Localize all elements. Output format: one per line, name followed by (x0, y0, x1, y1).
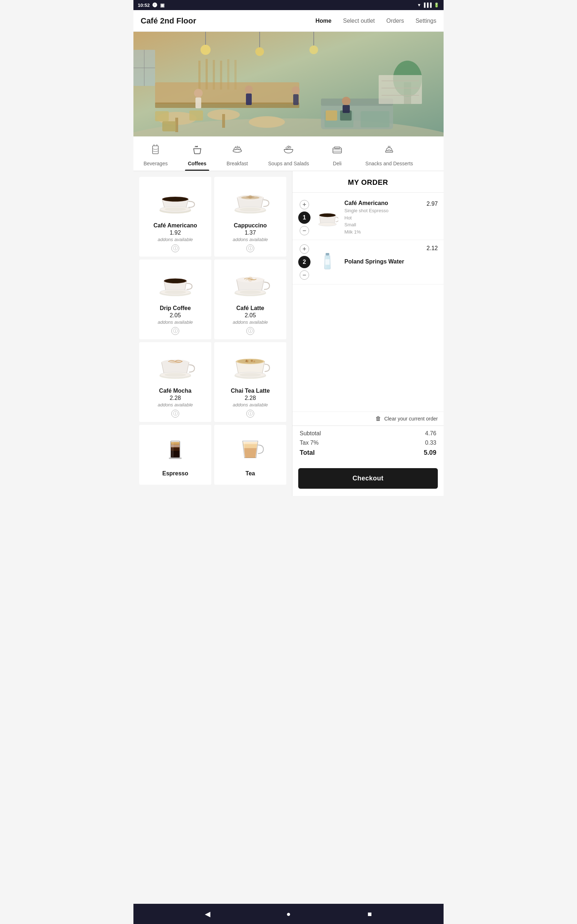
coffees-icon (191, 143, 204, 158)
americano-order-price: 2.97 (427, 201, 438, 207)
product-cappuccino[interactable]: Cappuccino 1.37 addons available ⓘ (214, 177, 286, 257)
svg-rect-17 (162, 121, 176, 131)
cappuccino-addons: addons available (233, 237, 268, 242)
tab-beverages-label: Beverages (143, 161, 168, 166)
svg-rect-5 (206, 59, 208, 89)
svg-rect-15 (155, 111, 169, 121)
svg-point-34 (200, 45, 211, 55)
order-item-americano: + 1 − Café Americano Single shot Espress… (292, 195, 443, 240)
svg-rect-7 (220, 61, 222, 89)
clear-order-btn[interactable]: 🗑 Clear your current order (292, 412, 443, 426)
chai-tea-latte-addons: addons available (233, 402, 268, 407)
tab-beverages[interactable]: Beverages (134, 140, 178, 171)
cafe-latte-price: 2.05 (245, 312, 256, 319)
order-title: MY ORDER (292, 171, 443, 193)
svg-rect-61 (334, 147, 340, 149)
tab-snacks-label: Snacks and Desserts (365, 161, 413, 166)
svg-point-109 (319, 213, 336, 217)
nav-home[interactable]: Home (316, 16, 331, 26)
drip-coffee-addons: addons available (158, 320, 193, 325)
svg-rect-45 (382, 88, 419, 89)
wifi-icon: ▾ (418, 3, 420, 8)
tab-breakfast-label: Breakfast (226, 161, 248, 166)
svg-point-57 (288, 146, 289, 147)
svg-rect-3 (155, 102, 299, 108)
category-tabs: Beverages Coffees Breakfast (134, 136, 443, 171)
water-order-name: Poland Springs Water (344, 258, 422, 265)
cappuccino-info[interactable]: ⓘ (246, 244, 254, 252)
tax-row: Tax 7% 0.33 (300, 439, 436, 446)
svg-rect-8 (227, 59, 229, 89)
product-drip-coffee[interactable]: Drip Coffee 2.05 addons available ⓘ (139, 260, 211, 339)
svg-rect-108 (169, 458, 182, 459)
water-remove-btn[interactable]: − (300, 270, 309, 280)
svg-rect-22 (326, 110, 337, 121)
americano-controls: + 1 − (298, 200, 311, 235)
tab-snacks-desserts[interactable]: Snacks and Desserts (355, 140, 423, 171)
cappuccino-name: Cappuccino (234, 222, 267, 229)
water-add-btn[interactable]: + (300, 244, 309, 254)
svg-point-28 (292, 86, 300, 94)
tea-image (227, 431, 274, 467)
products-grid: Café Americano 1.92 addons available ⓘ (134, 171, 292, 496)
svg-point-69 (164, 197, 187, 201)
americano-add-btn[interactable]: + (300, 200, 309, 209)
chai-tea-latte-info[interactable]: ⓘ (246, 410, 254, 418)
nav-links: Home Select outlet Orders Settings (316, 16, 436, 26)
svg-point-98 (251, 360, 253, 362)
sim-icon: ▣ (160, 3, 164, 8)
tab-breakfast[interactable]: Breakfast (216, 140, 258, 171)
status-left: 10:52 🅟 ▣ (138, 3, 164, 8)
americano-remove-btn[interactable]: − (300, 226, 309, 235)
pocket-icon: 🅟 (153, 3, 157, 8)
svg-rect-21 (361, 111, 390, 128)
checkout-button[interactable]: Checkout (298, 468, 438, 489)
battery-icon: 🔋 (434, 3, 439, 8)
cafe-americano-info[interactable]: ⓘ (171, 244, 179, 252)
svg-point-91 (169, 361, 181, 363)
product-espresso[interactable]: Espresso (139, 425, 211, 485)
beverages-icon (149, 143, 162, 158)
cafe-latte-info[interactable]: ⓘ (246, 327, 254, 335)
svg-point-71 (164, 208, 186, 211)
deli-icon (331, 143, 344, 158)
product-cafe-mocha[interactable]: Café Mocha 2.28 addons available ⓘ (139, 342, 211, 422)
chai-tea-latte-price: 2.28 (245, 395, 256, 401)
tab-soups-salads[interactable]: Soups and Salads (258, 140, 319, 171)
nav-orders[interactable]: Orders (386, 16, 404, 26)
tab-coffees-label: Coffees (188, 161, 206, 166)
svg-rect-46 (382, 95, 419, 96)
tax-value: 0.33 (425, 439, 436, 446)
drip-coffee-info[interactable]: ⓘ (171, 327, 179, 335)
svg-point-78 (239, 208, 261, 211)
total-row: Total 5.09 (300, 449, 436, 457)
tab-coffees[interactable]: Coffees (178, 140, 216, 171)
product-tea[interactable]: Tea (214, 425, 286, 485)
hero-banner (134, 32, 443, 136)
nav-select-outlet[interactable]: Select outlet (343, 16, 375, 26)
tab-deli[interactable]: Deli (319, 140, 355, 171)
svg-point-83 (164, 290, 186, 294)
status-bar: 10:52 🅟 ▣ ▾ ▐▐▐ 🔋 (134, 0, 443, 10)
svg-rect-107 (172, 442, 174, 457)
product-chai-tea-latte[interactable]: Chai Tea Latte 2.28 addons available ⓘ (214, 342, 286, 422)
svg-point-36 (255, 47, 264, 56)
water-order-price: 2.12 (427, 245, 438, 252)
nav-settings[interactable]: Settings (416, 16, 436, 26)
subtotal-value: 4.76 (425, 430, 436, 437)
product-cafe-americano[interactable]: Café Americano 1.92 addons available ⓘ (139, 177, 211, 257)
svg-point-50 (233, 149, 242, 152)
order-items-list: + 1 − Café Americano Single shot Espress… (292, 193, 443, 412)
order-item-water: + 2 − (292, 240, 443, 284)
svg-point-14 (249, 116, 285, 128)
svg-point-81 (166, 279, 185, 283)
app-title: Café 2nd Floor (141, 16, 316, 26)
product-cafe-latte[interactable]: Café Latte 2.05 addons available ⓘ (214, 260, 286, 339)
total-value: 5.09 (424, 449, 436, 457)
svg-rect-44 (382, 81, 419, 81)
cafe-mocha-info[interactable]: ⓘ (171, 410, 179, 418)
svg-point-88 (239, 290, 261, 294)
americano-order-name: Café Americano (344, 200, 422, 207)
cafe-americano-image (152, 183, 199, 219)
svg-rect-13 (222, 114, 225, 128)
